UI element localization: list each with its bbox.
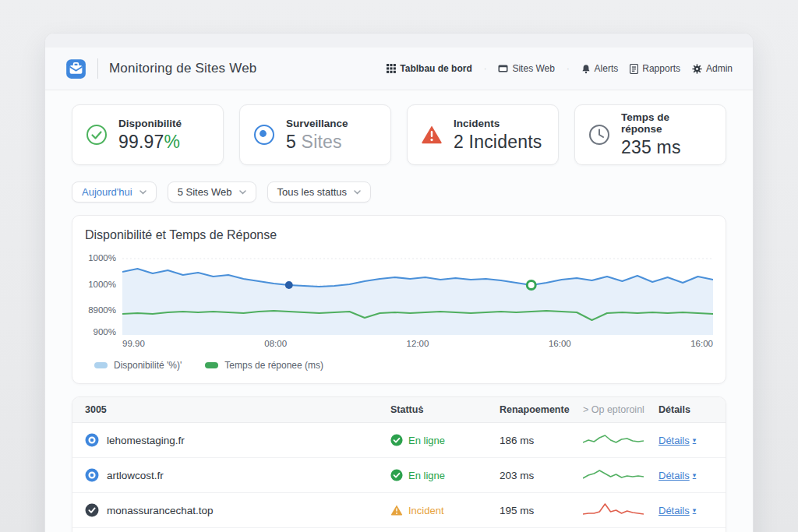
filter-row: Aujourd'hui 5 Sites Web Tous les stattus [72, 181, 726, 203]
response-time: 203 ms [500, 470, 583, 481]
column-header-response: Renapoemente [500, 404, 583, 415]
stat-label: Incidents [454, 118, 542, 129]
x-axis: 99.90 08:00 12:00 16:00 16:00 [122, 339, 713, 348]
column-header-status: Stattuṡ [390, 404, 500, 415]
availability-response-chart [122, 253, 713, 335]
column-header-trend: > Op eptoroinl [583, 404, 659, 415]
legend-swatch [205, 362, 218, 368]
column-header-sites: 3005 [85, 404, 390, 415]
nav-item-label: Rapports [642, 63, 680, 74]
y-axis-label: 1000% [88, 253, 116, 262]
chart-title: Disponibilité et Temps de Réponse [85, 228, 713, 242]
y-axis-label: 1000% [88, 280, 116, 289]
status-warning-icon [390, 504, 403, 516]
monitor-target-icon [252, 123, 276, 146]
chart-card: Disponibilité et Temps de Réponse 1000% … [72, 215, 726, 384]
site-name: lehomestaging.fr [107, 435, 185, 446]
app-window: Monitoring de Sites Web Tablbau de bord … [44, 33, 754, 532]
table-row: bons-plans-voyage.com Critique 401 ms Dé… [72, 528, 726, 532]
stat-value: 5 Sites [286, 132, 348, 153]
sparkline [583, 467, 644, 484]
filter-date-dropdown[interactable]: Aujourd'hui [72, 181, 157, 203]
stat-value: 2 Incidents [454, 132, 542, 153]
main-content: Disponibilité 99.97% Surveillance 5 Site… [45, 90, 753, 532]
nav-item-admin[interactable]: Admin [692, 63, 733, 74]
report-icon [630, 64, 638, 74]
nav-item-label: Tablbau de bord [400, 63, 471, 74]
response-time: 195 ms [500, 505, 583, 516]
page-background: { "colors": { "accent_blue": "#3f7fd1", … [0, 0, 798, 532]
x-axis-label: 99.90 [122, 339, 145, 348]
chevron-down-icon [354, 190, 361, 195]
site-check-icon [85, 503, 99, 517]
nav-item-sites-web[interactable]: Sites Web [498, 63, 554, 74]
site-name: artlowcost.fr [107, 470, 164, 481]
stats-row: Disponibilité 99.97% Surveillance 5 Site… [72, 104, 726, 165]
clock-icon [588, 123, 611, 146]
site-globe-icon [85, 468, 99, 482]
grid-icon [387, 64, 396, 73]
app-header: Monitoring de Sites Web Tablbau de bord … [45, 48, 753, 90]
stat-value: 235 ms [621, 137, 713, 158]
stat-card-incidents: Incidents 2 Incidents [407, 104, 559, 165]
sparkline [583, 432, 644, 449]
status-badge: En ligne [408, 435, 445, 446]
gear-icon [692, 64, 702, 74]
chevron-down-icon [139, 190, 147, 195]
x-axis-label: 16:00 [690, 339, 713, 348]
stat-label: Disponibilité [118, 118, 182, 129]
table-row: monassurancechat.top Incident 195 ms Dét… [72, 493, 726, 528]
y-axis-label: 900% [94, 327, 116, 336]
x-axis-label: 08:00 [264, 339, 287, 348]
stat-label: Surveillance [286, 118, 348, 129]
x-axis-label: 16:00 [549, 339, 571, 348]
filter-status-dropdown[interactable]: Tous les stattus [267, 181, 372, 203]
nav-item-label: Alerts [595, 63, 619, 74]
nav-separator: · [567, 64, 570, 73]
details-link[interactable]: Détails▾ [659, 470, 696, 481]
legend-item-response: Temps de réponee (ms) [205, 360, 323, 371]
nav-item-label: Admin [706, 63, 733, 74]
site-name: monassurancechat.top [107, 505, 214, 516]
nav-item-label: Sites Web [512, 63, 554, 74]
response-time: 186 ms [500, 435, 583, 446]
caret-down-icon: ▾ [693, 471, 697, 479]
stat-label: Temps de réponse [621, 111, 713, 135]
caret-down-icon: ▾ [693, 436, 697, 444]
sparkline [583, 502, 644, 519]
y-axis: 1000% 1000% 8900% 900% [85, 253, 122, 335]
site-globe-icon [85, 433, 99, 447]
bell-icon [581, 64, 591, 74]
x-axis-label: 12:00 [407, 339, 429, 348]
stat-card-response-time: Temps de réponse 235 ms [574, 104, 726, 165]
warning-triangle-icon [420, 123, 443, 146]
y-axis-label: 8900% [88, 305, 116, 315]
filter-sites-dropdown[interactable]: 5 Sites Web [168, 181, 256, 203]
chart-legend: Disponibilité '%)' Temps de réponee (ms) [94, 360, 713, 371]
details-link[interactable]: Détails▾ [659, 435, 696, 446]
stat-value: 99.97% [118, 132, 182, 153]
legend-swatch [94, 362, 108, 368]
nav-item-rapports[interactable]: Rapports [630, 63, 680, 74]
status-badge: Incident [408, 505, 444, 516]
sites-table: 3005 Stattuṡ Renapoemente > Op eptoroinl… [72, 396, 726, 532]
table-row: lehomestaging.fr En ligne 186 ms Détails… [72, 423, 726, 458]
legend-item-availability: Disponibilité '%)' [94, 360, 182, 371]
stat-card-availability: Disponibilité 99.97% [72, 104, 224, 165]
window-chrome [45, 33, 753, 48]
page-title: Monitoring de Sites Web [109, 61, 257, 76]
table-row: artlowcost.fr En ligne 203 ms Détails▾ [72, 458, 726, 493]
status-check-icon [390, 434, 403, 446]
table-header: 3005 Stattuṡ Renapoemente > Op eptoroinl… [72, 397, 726, 423]
details-link[interactable]: Détails▾ [659, 505, 696, 516]
status-check-icon [390, 469, 403, 481]
check-circle-icon [85, 123, 108, 146]
nav-item-dashboard[interactable]: Tablbau de bord [387, 63, 471, 74]
nav-item-alerts[interactable]: Alerts [581, 63, 619, 74]
sites-icon [498, 64, 508, 73]
app-logo-icon [65, 58, 87, 79]
stat-card-monitoring: Surveillance 5 Sites [239, 104, 391, 165]
caret-down-icon: ▾ [693, 506, 697, 514]
column-header-details: Détails [659, 404, 713, 415]
nav-separator: · [484, 64, 487, 73]
